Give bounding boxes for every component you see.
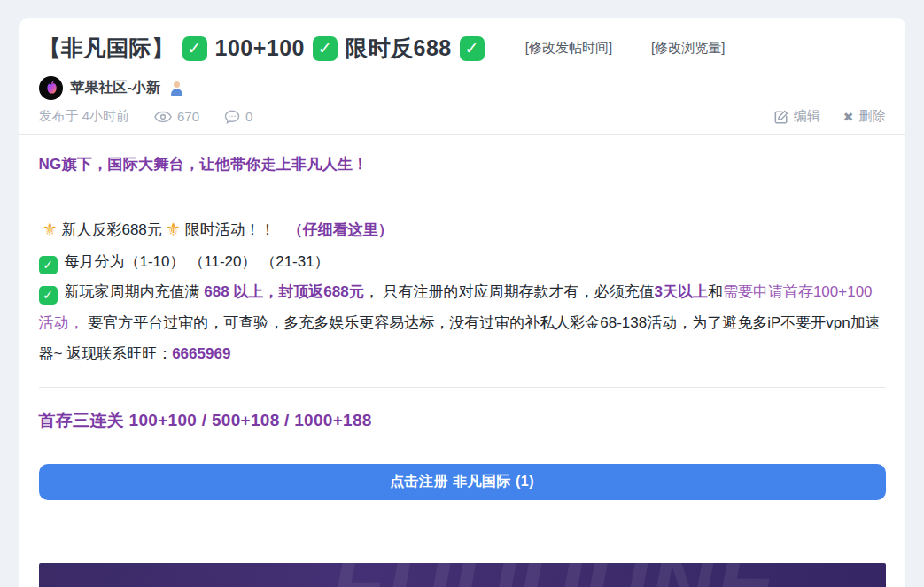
- edit-view-count-link[interactable]: [修改浏览量]: [651, 40, 725, 57]
- edit-button-label: 编辑: [794, 108, 820, 125]
- paragraph-segment: 和: [708, 283, 723, 300]
- person-badge-icon: [170, 81, 183, 96]
- avatar: [39, 76, 63, 100]
- publish-time: 发布于 4小时前: [39, 108, 130, 125]
- rules-paragraph-segments: 新玩家周期内充值满 688 以上，封顶返688元， 只有注册的对应周期存款才有，…: [39, 283, 881, 362]
- paragraph-segment: 688 以上，封顶返688元: [204, 283, 363, 300]
- paragraph-segment: 6665969: [172, 345, 230, 362]
- post-header: 【非凡国际】 ✓ 100+100 ✓ 限时反688 ✓ [修改发帖时间] [修改…: [19, 18, 905, 135]
- post-title-promo: 限时反688: [346, 34, 452, 63]
- apple-logo-icon: [43, 80, 59, 97]
- deposit-tiers-line: 首存三连关 100+100 / 500+108 / 1000+188: [39, 409, 886, 432]
- post-card: 【非凡国际】 ✓ 100+100 ✓ 限时反688 ✓ [修改发帖时间] [修改…: [19, 18, 905, 587]
- content-divider: [39, 387, 886, 388]
- meta-row: 发布于 4小时前 670 0: [39, 108, 886, 125]
- fleur-de-lis-icon: ⚜: [43, 219, 58, 240]
- view-count-value: 670: [177, 109, 199, 124]
- comment-count: 0: [224, 109, 252, 124]
- eye-icon: [154, 111, 172, 123]
- check-icon: ✓: [460, 36, 485, 61]
- check-icon: ✓: [39, 256, 58, 274]
- admin-links: [修改发帖时间] [修改浏览量]: [525, 40, 726, 57]
- promo-text-2: 限时活动！！: [185, 220, 276, 240]
- paragraph-segment: ， 只有注册的对应周期存款才有，必须充值: [364, 283, 655, 300]
- check-icon: ✓: [313, 36, 338, 61]
- author-name[interactable]: 苹果社区-小新: [71, 79, 160, 97]
- post-actions: 编辑 ✖ 删除: [774, 108, 886, 125]
- edit-button[interactable]: 编辑: [774, 108, 820, 125]
- fleur-de-lis-icon: ⚜: [166, 219, 182, 240]
- content-headline: NG旗下，国际大舞台，让他带你走上非凡人生！: [39, 154, 886, 174]
- promo-text-1: 新人反彩688元: [61, 220, 161, 240]
- comment-count-value: 0: [245, 109, 252, 124]
- banner-watermark-text: FUUUUNE: [331, 563, 777, 587]
- edit-post-time-link[interactable]: [修改发帖时间]: [525, 40, 612, 57]
- post-title-bonus: 100+100: [215, 35, 306, 61]
- title-row: 【非凡国际】 ✓ 100+100 ✓ 限时反688 ✓ [修改发帖时间] [修改…: [39, 34, 886, 63]
- comment-icon: [224, 110, 240, 124]
- register-button[interactable]: 点击注册 非凡国际 (1): [39, 464, 886, 500]
- monthly-split-line: ✓每月分为（1-10） （11-20） （21-31）: [39, 251, 886, 272]
- page-title: 【非凡国际】 ✓ 100+100 ✓ 限时反688 ✓: [39, 34, 485, 63]
- monthly-split-text: 每月分为（1-10） （11-20） （21-31）: [65, 253, 330, 270]
- paragraph-segment: 3天以上: [654, 283, 707, 300]
- delete-button-label: 删除: [859, 108, 886, 125]
- promo-banner-image[interactable]: FUUUUNE: [39, 563, 886, 587]
- view-count: 670: [154, 109, 199, 124]
- check-icon: ✓: [39, 286, 58, 305]
- post-title-text: 【非凡国际】: [39, 34, 175, 63]
- delete-button[interactable]: ✖ 删除: [843, 108, 886, 125]
- paragraph-segment: 要官方平台过审的，可查验，多充多娱乐更容易达标，没有过审的补私人彩金68-138…: [39, 314, 881, 362]
- rules-paragraph: ✓新玩家周期内充值满 688 以上，封顶返688元， 只有注册的对应周期存款才有…: [39, 276, 886, 369]
- paragraph-segment: 新玩家周期内充值满: [65, 283, 205, 300]
- edit-pencil-icon: [774, 110, 788, 124]
- promo-highlight: （仔细看这里）: [288, 220, 393, 240]
- check-icon: ✓: [182, 36, 207, 61]
- promo-line: ⚜ 新人反彩688元 ⚜ 限时活动！！ （仔细看这里）: [39, 219, 886, 240]
- post-content: NG旗下，国际大舞台，让他带你走上非凡人生！ ⚜ 新人反彩688元 ⚜ 限时活动…: [19, 135, 905, 587]
- author-row: 苹果社区-小新: [39, 76, 886, 100]
- delete-x-icon: ✖: [843, 110, 854, 124]
